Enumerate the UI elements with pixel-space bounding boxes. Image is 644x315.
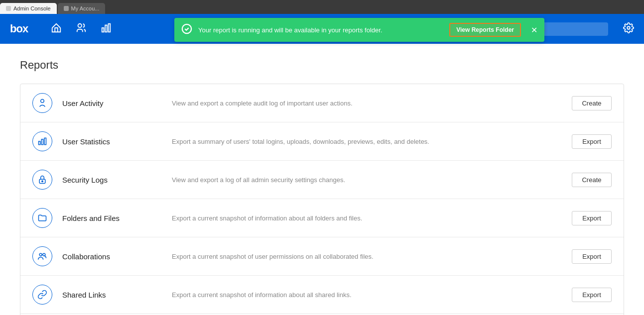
browser-tab-admin[interactable]: Admin Console bbox=[0, 3, 57, 14]
user-activity-create-button[interactable]: Create bbox=[572, 96, 612, 110]
report-desc-collaborations: Export a current snapshot of user permis… bbox=[172, 253, 562, 260]
report-desc-shared-links: Export a current snapshot of information… bbox=[172, 291, 562, 299]
report-desc-folders-files: Export a current snapshot of information… bbox=[172, 214, 562, 222]
svg-point-8 bbox=[41, 100, 44, 103]
reports-table: User Activity View and export a complete… bbox=[20, 84, 624, 315]
report-row-security-logs: Security Logs View and export a log of a… bbox=[20, 161, 624, 199]
report-row-user-activity: User Activity View and export a complete… bbox=[20, 84, 624, 122]
report-desc-security-logs: View and export a log of all admin secur… bbox=[172, 176, 562, 184]
report-name-security-logs: Security Logs bbox=[62, 176, 162, 184]
shared-links-export-button[interactable]: Export bbox=[572, 288, 612, 302]
box-logo[interactable]: box bbox=[10, 21, 34, 37]
report-name-user-activity: User Activity bbox=[62, 99, 162, 107]
user-statistics-icon-circle bbox=[32, 131, 52, 151]
svg-rect-9 bbox=[39, 141, 40, 145]
browser-tab-label-2: My Accou... bbox=[71, 5, 100, 11]
tab-favicon-2 bbox=[64, 6, 69, 11]
report-name-user-statistics: User Statistics bbox=[62, 137, 162, 146]
security-logs-icon-circle bbox=[32, 170, 52, 190]
settings-icon[interactable] bbox=[623, 22, 634, 36]
home-icon[interactable] bbox=[49, 20, 64, 38]
report-name-folders-files: Folders and Files bbox=[62, 214, 162, 222]
folders-files-icon-circle bbox=[32, 208, 52, 228]
shared-links-icon-circle bbox=[32, 285, 52, 305]
notification-check-icon bbox=[181, 23, 192, 37]
browser-tab-label: Admin Console bbox=[13, 5, 51, 11]
security-logs-create-button[interactable]: Create bbox=[572, 173, 612, 187]
svg-point-13 bbox=[42, 181, 43, 182]
svg-rect-4 bbox=[109, 23, 111, 32]
svg-point-1 bbox=[78, 23, 82, 27]
header-bar: box Your report i bbox=[0, 14, 644, 44]
report-desc-user-activity: View and export a complete audit log of … bbox=[172, 100, 562, 107]
tab-favicon bbox=[6, 6, 11, 11]
collaborations-icon-circle bbox=[32, 246, 52, 266]
svg-rect-2 bbox=[102, 28, 104, 32]
main-content: Reports User Activity View and export a … bbox=[0, 44, 644, 315]
collaborations-export-button[interactable]: Export bbox=[572, 249, 612, 264]
report-name-shared-links: Shared Links bbox=[62, 291, 162, 299]
report-desc-user-statistics: Export a summary of users' total logins,… bbox=[172, 138, 562, 145]
people-icon[interactable] bbox=[74, 20, 89, 38]
svg-point-14 bbox=[39, 253, 42, 256]
svg-rect-11 bbox=[44, 138, 46, 144]
svg-rect-10 bbox=[41, 139, 43, 145]
report-row-shared-links: Shared Links Export a current snapshot o… bbox=[20, 276, 624, 314]
user-activity-icon-circle bbox=[32, 93, 52, 113]
svg-point-7 bbox=[627, 26, 630, 29]
barchart-icon[interactable] bbox=[99, 20, 114, 38]
report-row-collaborations: Collaborations Export a current snapshot… bbox=[20, 237, 624, 276]
user-statistics-export-button[interactable]: Export bbox=[572, 134, 612, 149]
report-row-user-statistics: User Statistics Export a summary of user… bbox=[20, 122, 624, 161]
view-reports-folder-button[interactable]: View Reports Folder bbox=[449, 23, 521, 37]
browser-tabs-bar: Admin Console My Accou... bbox=[0, 0, 644, 14]
svg-rect-3 bbox=[105, 25, 107, 32]
notification-banner: Your report is running and will be avail… bbox=[174, 18, 544, 42]
notification-close-icon[interactable]: ✕ bbox=[531, 25, 537, 35]
page-title: Reports bbox=[20, 59, 624, 72]
notification-text: Your report is running and will be avail… bbox=[198, 26, 443, 34]
svg-text:box: box bbox=[10, 22, 29, 33]
report-row-folders-files: Folders and Files Export a current snaps… bbox=[20, 199, 624, 237]
report-name-collaborations: Collaborations bbox=[62, 252, 162, 261]
browser-tab-account[interactable]: My Accou... bbox=[58, 3, 106, 14]
svg-point-5 bbox=[182, 24, 191, 33]
folders-files-export-button[interactable]: Export bbox=[572, 211, 612, 225]
